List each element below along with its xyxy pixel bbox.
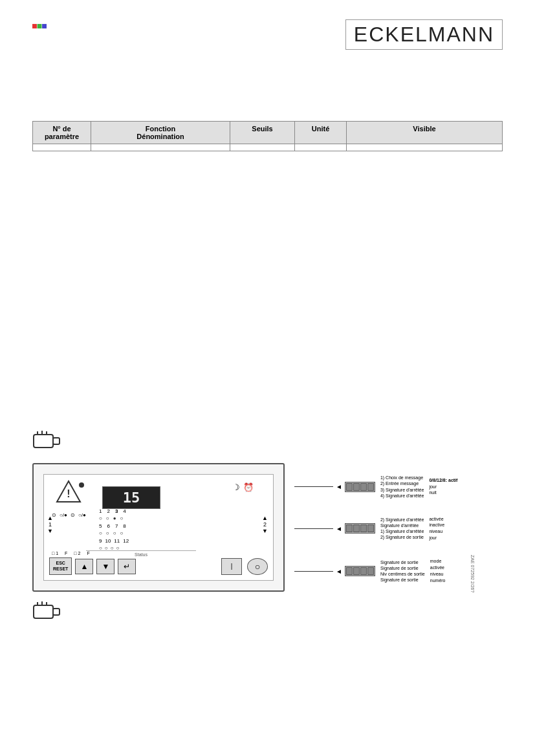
num-11: 11	[114, 538, 120, 544]
bottom-section: ! 15 ☽ ⏰ ⊙ ○/● ⊙ ○/●	[0, 429, 535, 627]
moon-icon: ☽	[232, 482, 240, 492]
pin-3-4	[367, 567, 374, 575]
svg-rect-1	[38, 24, 42, 28]
pin-1-2	[353, 483, 360, 491]
cell-unite	[295, 144, 347, 151]
cell-seuils	[230, 144, 295, 151]
col-num-bottom: paramètre	[38, 133, 85, 140]
pins-block-2	[345, 523, 375, 534]
ann-2-4: 2) Signature de sortie	[380, 534, 424, 540]
num-8: 8	[123, 523, 126, 529]
status-bar: Status	[86, 550, 196, 557]
values-3: mode activée niveau numéro	[430, 558, 446, 583]
annotation-1: 1) Choix de message 2) Entrée message 3)…	[380, 475, 424, 498]
col-header-num: N° de paramètre	[33, 122, 91, 144]
num-row-1: 1 2 3 4	[99, 508, 129, 514]
ann-2-2: Signature d'arrêtée	[380, 523, 424, 528]
c7: ○	[113, 530, 116, 536]
nav-down-button[interactable]: ▼	[96, 559, 115, 574]
col-num-top: N° de	[38, 125, 85, 133]
arrow-up-label: ▲	[47, 515, 53, 521]
ann-1-1: 1) Choix de message	[380, 475, 424, 481]
pin-3-1	[346, 567, 353, 575]
circles-row-1: ○ ○ ● ○	[99, 515, 129, 521]
num-10: 10	[105, 538, 111, 544]
num-label-1: 1	[47, 521, 53, 528]
line-2	[294, 528, 333, 529]
val-1-2: jour	[429, 484, 457, 490]
num-row-3: 9 10 11 12	[99, 538, 129, 544]
ann-3-3: Niv centimes de sortie	[380, 571, 425, 577]
table-row	[33, 144, 503, 151]
svg-text:!: !	[67, 488, 70, 499]
c8: ○	[120, 530, 124, 536]
num-4: 4	[123, 508, 126, 514]
c1: ○	[99, 515, 102, 521]
arrows-right: ▲ 2 ▼	[262, 515, 268, 534]
num-5: 5	[99, 523, 102, 529]
ann-1-4: 4) Signature d'arrêtée	[380, 493, 424, 499]
line-1	[294, 486, 333, 487]
connector-row-1: ◄ 1) Choix de message 2) Entrée message …	[294, 475, 457, 498]
ann-1-2: 2) Entrée message	[380, 481, 424, 486]
num-7: 7	[115, 523, 118, 529]
table-header-row: N° de paramètre Fonction Dénomination Se…	[33, 122, 503, 144]
arrow-3: ◄	[336, 568, 342, 575]
power-off-button[interactable]: ○	[247, 558, 268, 575]
hand-icon-top-container	[32, 429, 503, 457]
cell-visible	[347, 144, 503, 151]
svg-rect-0	[32, 24, 37, 28]
label-sq1: □ 1	[52, 551, 58, 556]
col-header-func: Fonction Dénomination	[91, 122, 230, 144]
parameter-table-section: N° de paramètre Fonction Dénomination Se…	[0, 121, 535, 151]
pin-2-4	[367, 524, 374, 532]
val-3-1: mode	[430, 558, 446, 565]
ann-3-2: Signature de sortie	[380, 565, 425, 571]
connector-row-2: ◄ 2) Signature d'arrêtée Signature d'arr…	[294, 516, 457, 541]
c2: ○	[106, 515, 109, 521]
circle-icon-2: ⊙	[71, 512, 75, 518]
c4: ○	[120, 515, 124, 521]
pins-block-3	[345, 566, 375, 576]
values-1: 0/8/12/8: actif jour nuit	[429, 477, 457, 496]
line-3	[294, 571, 333, 572]
pins-block-1	[345, 482, 375, 492]
val-1-3: nuit	[429, 490, 457, 496]
label-f1: F	[65, 551, 67, 556]
col-func-bottom: Dénomination	[96, 133, 224, 140]
c3: ●	[113, 515, 116, 521]
ok-label-2: ○/●	[78, 512, 86, 518]
ann-3-4: Signature de sortie	[380, 577, 425, 583]
num-3: 3	[115, 508, 118, 514]
power-on-button[interactable]: |	[221, 558, 242, 575]
esc-reset-button[interactable]: ESCRESET	[49, 557, 72, 575]
val-3-2: activée	[430, 565, 446, 571]
num-12: 12	[123, 538, 129, 544]
diagram-area: ! 15 ☽ ⏰ ⊙ ○/● ⊙ ○/●	[32, 463, 503, 592]
val-1-1: 0/8/12/8: actif	[429, 477, 457, 484]
connector-row-3: ◄ Signature de sortie Signature de sorti…	[294, 558, 457, 583]
pin-1-3	[360, 483, 367, 491]
annotation-2: 2) Signature d'arrêtée Signature d'arrêt…	[380, 517, 424, 540]
val-2-4: jour	[429, 535, 444, 541]
arrows-left: ▲ 1 ▼	[47, 515, 53, 534]
small-circles-left: ⊙ ○/● ⊙ ○/●	[52, 512, 86, 518]
ann-2-1: 2) Signature d'arrêtée	[380, 517, 424, 523]
ref-code: ZAE 072592 2/26?	[470, 555, 475, 592]
pin-2-1	[346, 524, 353, 532]
arrow-2: ◄	[336, 525, 342, 532]
parameter-table: N° de paramètre Fonction Dénomination Se…	[32, 121, 503, 151]
nav-enter-button[interactable]: ↵	[118, 559, 136, 574]
col-header-unite: Unité	[295, 122, 347, 144]
nav-up-button[interactable]: ▲	[75, 559, 93, 574]
arrow-up-right-label: ▲	[262, 515, 268, 521]
ann-3-1: Signature de sortie	[380, 559, 425, 565]
pin-3-2	[353, 567, 360, 575]
val-2-1: activée	[429, 516, 444, 523]
connector-section: ◄ 1) Choix de message 2) Entrée message …	[294, 466, 457, 592]
num-label-2: 2	[262, 521, 268, 528]
col-header-visible: Visible	[347, 122, 503, 144]
num-2: 2	[107, 508, 109, 514]
col-seuils-top: Seuils	[235, 125, 289, 133]
ann-2-3: 1) Signature d'arrêtée	[380, 528, 424, 534]
